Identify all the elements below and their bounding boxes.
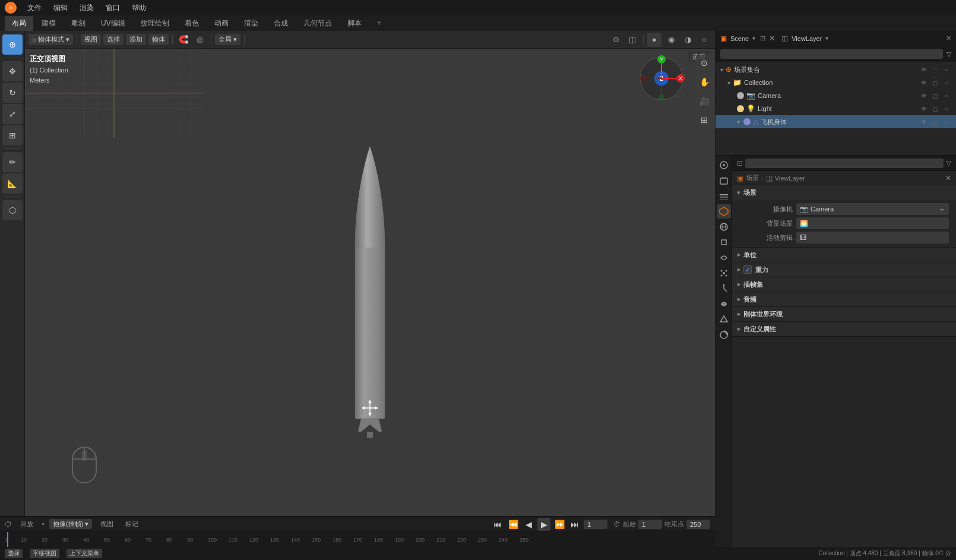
prop-scene-icon[interactable] [717,204,731,219]
coll-eye-icon[interactable]: 👁 [919,78,929,87]
menu-help[interactable]: 帮助 [127,2,151,14]
outliner-search-input[interactable] [720,49,943,59]
menu-render[interactable]: 渲染 [75,2,99,14]
tab-texture-paint[interactable]: 纹理绘制 [134,16,176,31]
tab-uv-editing[interactable]: UV编辑 [94,16,132,31]
prop-particles-icon[interactable] [717,266,731,280]
aircraft-render-icon[interactable]: ○ [942,117,951,126]
pan-btn[interactable]: ✋ [696,74,713,90]
object-menu[interactable]: 物体 [148,34,169,45]
tree-aircraft-body[interactable]: ▾ △ 飞机身体 👁 ◻ ○ [716,115,956,128]
light-eye-icon[interactable]: 👁 [919,104,929,113]
outliner-close-btn[interactable]: ✕ [769,34,775,43]
tab-modeling[interactable]: 建模 [34,16,63,31]
prop-world-icon[interactable] [717,220,731,234]
material-preview-btn[interactable]: ◉ [664,33,678,47]
tree-light[interactable]: 💡 Light 👁 ◻ ○ [716,102,956,115]
camera-field-clear[interactable]: + [938,205,945,214]
viewport-hide-icon[interactable]: ◻ [930,65,940,74]
tab-animation[interactable]: 动画 [207,16,236,31]
prop-render-icon[interactable] [717,158,731,172]
custom-section-header[interactable]: ▾ 自定义属性 [732,322,956,336]
scene-section-header[interactable]: ▾ 场景 [732,185,956,200]
tool-transform[interactable]: ⊞ [2,125,23,145]
tab-rendering[interactable]: 渲染 [237,16,265,31]
menu-file[interactable]: 文件 [23,2,46,14]
view-layer-filter-icon[interactable]: ⊡ [760,34,765,42]
jump-start-btn[interactable]: ⏮ [491,518,504,531]
viewport-3d[interactable]: 正交顶视图 (1) Collection Meters 选项 Z X Y [25,49,715,529]
cam-eye-icon[interactable]: 👁 [919,91,929,100]
breadcrumb-settings-icon[interactable]: ✕ [945,174,951,182]
tab-shading[interactable]: 着色 [178,16,206,31]
tool-add-cube[interactable]: ⬡ [2,200,23,220]
next-frame-btn[interactable]: ⏩ [553,518,566,531]
tab-geometry-nodes[interactable]: 几何节点 [296,16,339,31]
units-section-header[interactable]: ▾ 单位 [732,248,956,262]
bg-scene-field[interactable]: 🌅 [796,217,949,229]
tool-rotate[interactable]: ↻ [2,83,23,103]
rendered-btn[interactable]: ◑ [680,33,695,47]
tab-sculpt[interactable]: 雕刻 [64,16,93,31]
tool-cursor[interactable]: ⊕ [2,34,23,55]
view-layer-settings-icon[interactable]: ✕ [946,34,951,42]
mode-select[interactable]: ○ 物体模式 ▾ [29,34,73,45]
play-back-btn[interactable]: ◀ [522,518,535,531]
camera-view-btn[interactable]: 🎥 [696,93,713,109]
menu-window[interactable]: 窗口 [101,2,125,14]
prop-physics-icon[interactable] [717,281,731,296]
rigid-section-header[interactable]: ▾ 刚体世界环境 [732,307,956,321]
aircraft-eye-icon[interactable]: 👁 [919,117,929,126]
play-btn[interactable]: ▶ [537,518,550,531]
prop-object-icon[interactable] [717,235,731,249]
global-local-select[interactable]: 全局 ▾ [215,34,240,45]
active-clip-field[interactable]: 🎞 [796,232,949,243]
current-frame-input[interactable]: 1 [584,520,607,529]
tree-scene-collection[interactable]: ▾ ⊕ 场景集合 👁 ◻ ○ [716,63,956,76]
coll-render-icon[interactable]: ○ [942,78,951,87]
view-layer-dropdown-icon[interactable]: ▾ [825,35,828,42]
tab-add[interactable]: + [370,17,388,30]
cam-viewport-icon[interactable]: ◻ [930,91,940,100]
tool-move[interactable]: ✥ [2,61,23,81]
keyframes-section-header[interactable]: ▾ 插帧集 [732,277,956,292]
proportional-edit-btn[interactable]: ◎ [193,33,207,47]
light-viewport-icon[interactable]: ◻ [930,104,940,113]
prop-viewlayer-icon[interactable] [717,189,731,203]
prop-modifier-icon[interactable] [717,251,731,265]
prop-output-icon[interactable] [717,173,731,188]
wireframe-btn[interactable]: ○ [697,33,711,47]
capture-select[interactable]: 抱像(插帧) ▾ [49,519,92,529]
light-render-icon[interactable]: ○ [942,104,951,113]
jump-end-btn[interactable]: ⏭ [568,518,581,531]
prop-constraints-icon[interactable] [717,297,731,311]
prop-material-icon[interactable] [717,328,731,342]
tree-collection[interactable]: ▾ 📁 Collection 👁 ◻ ○ [716,76,956,89]
outliner-filter-icon[interactable]: ▽ [946,50,951,58]
view-menu[interactable]: 视图 [97,519,117,529]
xray-btn[interactable]: ◫ [625,33,640,47]
aircraft-viewport-icon[interactable]: ◻ [930,117,940,126]
tree-camera[interactable]: 📷 Camera 👁 ◻ ○ [716,89,956,102]
scene-dropdown-icon[interactable]: ▾ [752,35,755,42]
playback-menu[interactable]: 回放 [17,519,37,529]
tool-annotate[interactable]: ✏ [2,152,23,172]
tab-layout[interactable]: 布局 [5,16,33,31]
solid-shading-btn[interactable]: ● [647,33,661,47]
view-menu[interactable]: 视图 [81,34,101,45]
markers-menu[interactable]: 标记 [122,519,142,529]
tool-scale[interactable]: ⤢ [2,104,23,124]
start-frame-input[interactable]: 1 [638,520,662,529]
coll-viewport-icon[interactable]: ◻ [930,78,940,87]
playhead[interactable] [7,532,8,547]
visibility-eye-icon[interactable]: 👁 [919,65,929,74]
end-frame-input[interactable]: 250 [686,520,710,529]
gravity-checkbox[interactable] [743,265,752,274]
gravity-section-header[interactable]: ▾ 重力 [732,262,956,277]
tool-measure[interactable]: 📐 [2,173,23,194]
cam-render-icon[interactable]: ○ [942,91,951,100]
prev-frame-btn[interactable]: ⏪ [507,518,520,531]
zoom-in-btn[interactable]: ⊙ [696,55,713,71]
props-search-input[interactable] [745,159,944,168]
tab-compositing[interactable]: 合成 [267,16,295,31]
